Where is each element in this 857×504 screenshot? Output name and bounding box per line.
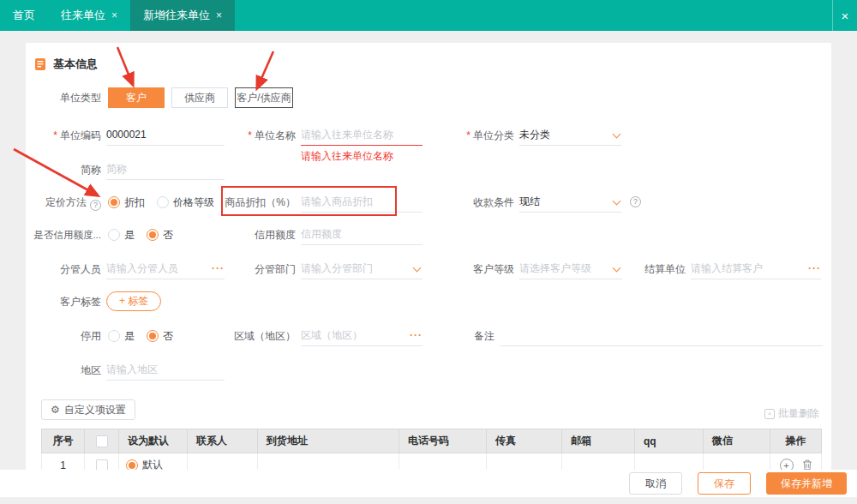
region-input[interactable] bbox=[301, 326, 400, 345]
help-icon[interactable]: ? bbox=[630, 196, 641, 207]
department-select[interactable] bbox=[301, 259, 423, 279]
field-customer-level: 客户等级 bbox=[446, 259, 622, 279]
field-remarks: 备注 bbox=[446, 326, 823, 346]
unit-code-input[interactable] bbox=[106, 125, 225, 144]
required-mark: * bbox=[466, 129, 470, 141]
field-pricing-method: 定价方法? 折扣 价格等级 bbox=[26, 192, 214, 213]
add-tag-button[interactable]: + 标签 bbox=[106, 291, 161, 311]
field-product-discount: 商品折扣（%） bbox=[223, 192, 423, 213]
required-mark: * bbox=[53, 129, 57, 141]
product-discount-label: 商品折扣（%） bbox=[223, 192, 296, 213]
disabled-radio-no[interactable]: 否 bbox=[147, 326, 173, 346]
save-button[interactable]: 保存 bbox=[698, 472, 751, 495]
unit-name-input[interactable] bbox=[301, 125, 423, 144]
customer-level-input[interactable] bbox=[519, 259, 603, 278]
more-icon[interactable]: ··· bbox=[808, 259, 821, 279]
header-fax: 传真 bbox=[487, 429, 562, 453]
radio-label: 是 bbox=[124, 329, 135, 344]
footer-action-bar: 取消 保存 保存并新增 bbox=[0, 470, 857, 497]
cancel-button[interactable]: 取消 bbox=[629, 472, 682, 495]
top-tab-bar: 首页 往来单位 × 新增往来单位 × × bbox=[0, 0, 857, 31]
close-all-icon[interactable]: × bbox=[833, 0, 857, 31]
unit-category-label: *单位分类 bbox=[446, 125, 514, 146]
header-set-default: 设为默认 bbox=[119, 429, 188, 453]
field-settlement-unit: 结算单位 ··· bbox=[617, 259, 821, 279]
unit-type-customer-button[interactable]: 客户 bbox=[108, 87, 165, 108]
credit-limit-input[interactable] bbox=[301, 225, 423, 243]
credit-limit-label: 信用额度 bbox=[223, 225, 296, 245]
unit-type-both-button[interactable]: 客户/供应商 bbox=[235, 87, 293, 108]
more-icon[interactable]: ··· bbox=[410, 326, 423, 345]
unit-name-error: 请输入往来单位名称 bbox=[301, 149, 393, 164]
settlement-unit-control: ··· bbox=[691, 259, 821, 279]
field-manager: 分管人员 ··· bbox=[26, 259, 225, 279]
radio-icon bbox=[108, 330, 120, 342]
tab-new-partner[interactable]: 新增往来单位 × bbox=[130, 0, 235, 31]
payment-terms-select[interactable]: 现结 bbox=[519, 192, 622, 213]
manager-input[interactable] bbox=[106, 259, 202, 278]
disabled-label: 停用 bbox=[26, 326, 101, 346]
header-email: 邮箱 bbox=[562, 429, 635, 453]
field-customer-tags: 客户标签 + 标签 bbox=[26, 291, 161, 312]
save-and-new-button[interactable]: 保存并新增 bbox=[766, 472, 847, 495]
department-input[interactable] bbox=[301, 259, 402, 278]
short-name-input[interactable] bbox=[106, 159, 225, 178]
field-unit-code: *单位编码 bbox=[26, 125, 225, 146]
region-control: ··· bbox=[301, 326, 423, 346]
product-discount-input[interactable] bbox=[301, 192, 423, 211]
header-contact: 联系人 bbox=[188, 429, 258, 453]
field-credit-limit-toggle: 是否信用额度... 是 否 bbox=[26, 225, 173, 245]
settlement-unit-input[interactable] bbox=[691, 259, 799, 278]
disabled-radio-yes[interactable]: 是 bbox=[108, 326, 135, 346]
field-unit-category: *单位分类 未分类 bbox=[446, 125, 622, 146]
header-wechat: 微信 bbox=[704, 429, 770, 453]
header-address: 到货地址 bbox=[258, 429, 399, 453]
unit-type-supplier-button[interactable]: 供应商 bbox=[171, 87, 228, 108]
customer-level-label: 客户等级 bbox=[446, 259, 514, 279]
chevron-down-icon[interactable] bbox=[613, 197, 621, 206]
credit-radio-yes[interactable]: 是 bbox=[108, 225, 135, 245]
help-icon[interactable]: ? bbox=[90, 200, 101, 211]
header-qq: qq bbox=[635, 429, 704, 453]
remarks-control bbox=[500, 326, 823, 346]
pricing-radio-discount[interactable]: 折扣 bbox=[108, 192, 145, 213]
tab-label: 首页 bbox=[13, 8, 35, 23]
header-phone: 电话号码 bbox=[399, 429, 487, 453]
credit-radio-no[interactable]: 否 bbox=[147, 225, 173, 245]
payment-terms-value: 现结 bbox=[519, 195, 540, 207]
short-name-control bbox=[106, 159, 225, 180]
batch-delete-button[interactable]: × 批量删除 bbox=[764, 406, 819, 421]
unit-code-control bbox=[106, 125, 225, 146]
tab-home[interactable]: 首页 bbox=[0, 0, 48, 31]
manager-control: ··· bbox=[106, 259, 225, 279]
credit-toggle-label: 是否信用额度... bbox=[26, 225, 101, 245]
header-operations: 操作 bbox=[770, 429, 822, 453]
tab-close-icon[interactable]: × bbox=[111, 9, 117, 21]
radio-label: 折扣 bbox=[124, 195, 145, 210]
manager-label: 分管人员 bbox=[26, 259, 101, 279]
radio-label: 否 bbox=[163, 329, 173, 344]
radio-icon bbox=[157, 196, 169, 208]
required-mark: * bbox=[248, 129, 252, 141]
header-index: 序号 bbox=[42, 429, 85, 453]
unit-category-select[interactable]: 未分类 bbox=[519, 125, 622, 146]
chevron-down-icon[interactable] bbox=[413, 264, 422, 273]
area-input[interactable] bbox=[106, 360, 225, 379]
radio-label: 价格等级 bbox=[173, 195, 214, 210]
chevron-down-icon[interactable] bbox=[613, 130, 621, 139]
pricing-radio-price-level[interactable]: 价格等级 bbox=[157, 192, 214, 213]
gear-icon: ⚙ bbox=[51, 404, 60, 416]
tab-close-icon[interactable]: × bbox=[216, 9, 222, 21]
table-header-row: 序号 设为默认 联系人 到货地址 电话号码 传真 邮箱 qq 微信 操作 bbox=[42, 429, 822, 453]
tab-partner-list[interactable]: 往来单位 × bbox=[48, 0, 130, 31]
radio-icon bbox=[147, 229, 159, 241]
field-short-name: 简称 bbox=[26, 159, 225, 180]
custom-settings-button[interactable]: ⚙ 自定义项设置 bbox=[41, 399, 135, 420]
select-all-checkbox[interactable] bbox=[96, 435, 108, 447]
unit-category-value: 未分类 bbox=[519, 129, 550, 141]
customer-level-select[interactable] bbox=[519, 259, 622, 279]
remarks-input[interactable] bbox=[500, 326, 823, 345]
credit-limit-control bbox=[301, 225, 423, 245]
radio-label: 是 bbox=[124, 228, 135, 243]
department-label: 分管部门 bbox=[223, 259, 296, 279]
